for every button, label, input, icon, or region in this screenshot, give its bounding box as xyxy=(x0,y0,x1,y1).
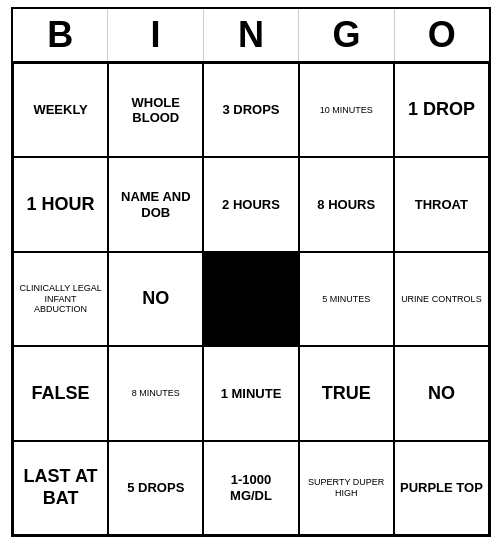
header-letter-o: O xyxy=(395,9,489,61)
header-letter-n: N xyxy=(204,9,299,61)
cell-r0-c4: 1 DROP xyxy=(394,63,489,157)
cell-r1-c0: 1 HOUR xyxy=(13,157,108,251)
cell-r4-c2: 1-1000 MG/DL xyxy=(203,441,298,535)
cell-r3-c1: 8 MINUTES xyxy=(108,346,203,440)
bingo-grid: WEEKLYWHOLE BLOOD3 DROPS10 MINUTES1 DROP… xyxy=(13,61,489,535)
cell-r4-c1: 5 DROPS xyxy=(108,441,203,535)
cell-r3-c4: NO xyxy=(394,346,489,440)
cell-r0-c0: WEEKLY xyxy=(13,63,108,157)
cell-r1-c1: NAME AND DOB xyxy=(108,157,203,251)
cell-r2-c4: URINE CONTROLS xyxy=(394,252,489,346)
cell-r0-c1: WHOLE BLOOD xyxy=(108,63,203,157)
bingo-card: BINGO WEEKLYWHOLE BLOOD3 DROPS10 MINUTES… xyxy=(11,7,491,537)
cell-r4-c3: SUPERTY DUPER HIGH xyxy=(299,441,394,535)
cell-r3-c2: 1 MINUTE xyxy=(203,346,298,440)
cell-r2-c2 xyxy=(203,252,298,346)
cell-r1-c2: 2 HOURS xyxy=(203,157,298,251)
cell-r1-c3: 8 HOURS xyxy=(299,157,394,251)
header-letter-b: B xyxy=(13,9,108,61)
bingo-header: BINGO xyxy=(13,9,489,61)
cell-r2-c1: NO xyxy=(108,252,203,346)
cell-r3-c0: FALSE xyxy=(13,346,108,440)
header-letter-i: I xyxy=(108,9,203,61)
cell-r4-c0: LAST AT BAT xyxy=(13,441,108,535)
cell-r1-c4: THROAT xyxy=(394,157,489,251)
cell-r3-c3: TRUE xyxy=(299,346,394,440)
cell-r2-c3: 5 MINUTES xyxy=(299,252,394,346)
header-letter-g: G xyxy=(299,9,394,61)
cell-r2-c0: CLINICALLY LEGAL INFANT ABDUCTION xyxy=(13,252,108,346)
cell-r0-c2: 3 DROPS xyxy=(203,63,298,157)
cell-r0-c3: 10 MINUTES xyxy=(299,63,394,157)
cell-r4-c4: PURPLE TOP xyxy=(394,441,489,535)
